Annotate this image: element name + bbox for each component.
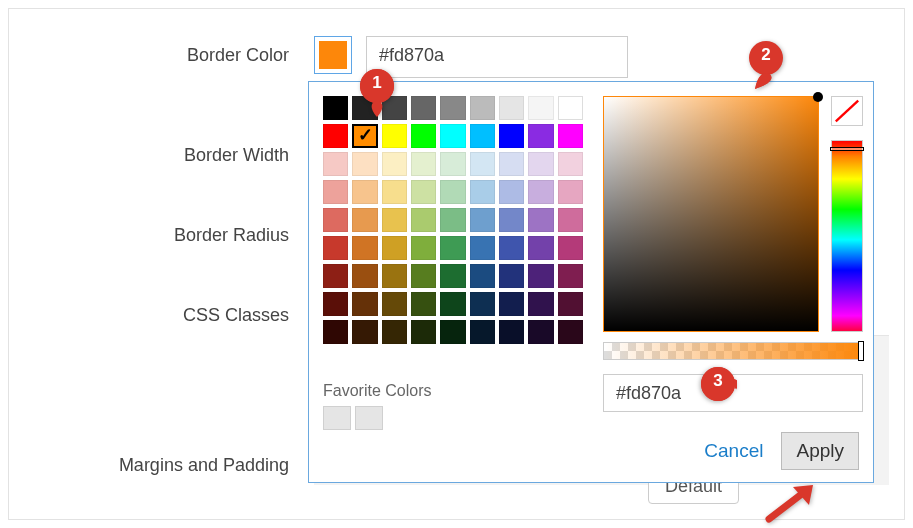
palette-swatch[interactable] [440,208,465,232]
palette-swatch[interactable] [382,292,407,316]
palette-swatch[interactable] [323,208,348,232]
palette-swatch[interactable] [382,152,407,176]
palette-swatch[interactable] [323,236,348,260]
palette-swatch[interactable] [528,236,553,260]
palette-swatch[interactable] [558,152,583,176]
palette-swatch[interactable] [528,124,553,148]
palette-swatch[interactable] [528,180,553,204]
palette-swatch[interactable] [352,236,377,260]
current-color-swatch[interactable] [314,36,352,74]
palette-swatch[interactable] [499,320,524,344]
palette-swatch[interactable] [499,208,524,232]
palette-swatch[interactable] [440,124,465,148]
palette-swatch[interactable] [382,236,407,260]
border-color-hex-field[interactable]: #fd870a [366,36,628,78]
no-color-swatch[interactable] [831,96,863,126]
palette-swatch[interactable] [352,152,377,176]
palette-swatch[interactable] [528,320,553,344]
svg-line-0 [836,101,858,122]
favorite-colors [323,406,383,430]
palette-swatch[interactable] [558,236,583,260]
palette-swatch[interactable] [411,152,436,176]
palette-swatch[interactable] [470,320,495,344]
palette-swatch[interactable] [382,320,407,344]
hue-slider[interactable] [831,140,863,332]
cancel-button[interactable]: Cancel [704,440,763,462]
palette-swatch[interactable] [499,236,524,260]
palette-swatch[interactable] [499,180,524,204]
palette-swatch[interactable] [382,208,407,232]
palette-swatch[interactable] [558,292,583,316]
palette-swatch[interactable] [352,264,377,288]
palette-swatch[interactable] [411,96,436,120]
palette-swatch[interactable] [440,264,465,288]
palette-swatch[interactable] [470,292,495,316]
palette-swatch[interactable] [470,96,495,120]
palette-swatch[interactable] [470,152,495,176]
palette-swatch[interactable] [499,292,524,316]
palette-swatch[interactable] [470,236,495,260]
palette-swatch[interactable] [440,320,465,344]
favorite-swatch[interactable] [323,406,351,430]
palette-swatch[interactable] [558,208,583,232]
saturation-value-area[interactable] [603,96,819,332]
palette-swatch[interactable] [352,320,377,344]
palette-swatch[interactable] [323,292,348,316]
palette-swatch[interactable] [528,96,553,120]
hue-handle[interactable] [830,147,864,151]
palette-swatch[interactable] [382,180,407,204]
palette-swatch[interactable] [411,292,436,316]
palette-swatch[interactable] [382,96,407,120]
annotation-arrow [763,483,819,523]
palette-swatch[interactable] [323,180,348,204]
palette-swatch[interactable] [528,152,553,176]
palette-swatch[interactable] [558,264,583,288]
palette-swatch[interactable] [528,292,553,316]
palette-swatch[interactable] [470,264,495,288]
hex-input[interactable] [603,374,863,412]
palette-swatch[interactable] [528,208,553,232]
palette-swatch[interactable] [323,96,348,120]
palette-swatch[interactable] [411,320,436,344]
palette-swatch[interactable] [499,264,524,288]
sv-handle[interactable] [813,92,823,102]
label-css-classes: CSS Classes [69,305,289,326]
palette-swatch[interactable] [440,180,465,204]
palette-swatch[interactable] [382,124,407,148]
palette-swatch[interactable] [411,208,436,232]
palette-swatch[interactable] [323,124,348,148]
palette-swatch[interactable] [411,236,436,260]
palette-swatch[interactable] [411,124,436,148]
palette-swatch[interactable] [352,292,377,316]
alpha-handle[interactable] [858,341,864,361]
palette-swatch[interactable] [499,152,524,176]
palette-swatch[interactable] [352,180,377,204]
palette-swatch[interactable] [470,180,495,204]
color-palette [323,96,583,348]
alpha-slider[interactable] [603,342,863,360]
palette-swatch[interactable] [352,96,377,120]
palette-swatch[interactable] [499,124,524,148]
palette-swatch[interactable] [411,264,436,288]
palette-swatch[interactable] [470,124,495,148]
palette-swatch[interactable] [382,264,407,288]
palette-swatch[interactable] [411,180,436,204]
palette-swatch[interactable] [558,320,583,344]
palette-swatch[interactable] [470,208,495,232]
palette-swatch[interactable] [323,152,348,176]
palette-swatch[interactable] [558,96,583,120]
apply-button[interactable]: Apply [781,432,859,470]
palette-swatch[interactable] [323,264,348,288]
palette-swatch[interactable] [352,124,378,148]
palette-swatch[interactable] [558,180,583,204]
palette-swatch[interactable] [558,124,583,148]
palette-swatch[interactable] [323,320,348,344]
palette-swatch[interactable] [440,152,465,176]
favorite-swatch[interactable] [355,406,383,430]
palette-swatch[interactable] [440,292,465,316]
palette-swatch[interactable] [499,96,524,120]
palette-swatch[interactable] [440,236,465,260]
palette-swatch[interactable] [440,96,465,120]
palette-swatch[interactable] [352,208,377,232]
palette-swatch[interactable] [528,264,553,288]
